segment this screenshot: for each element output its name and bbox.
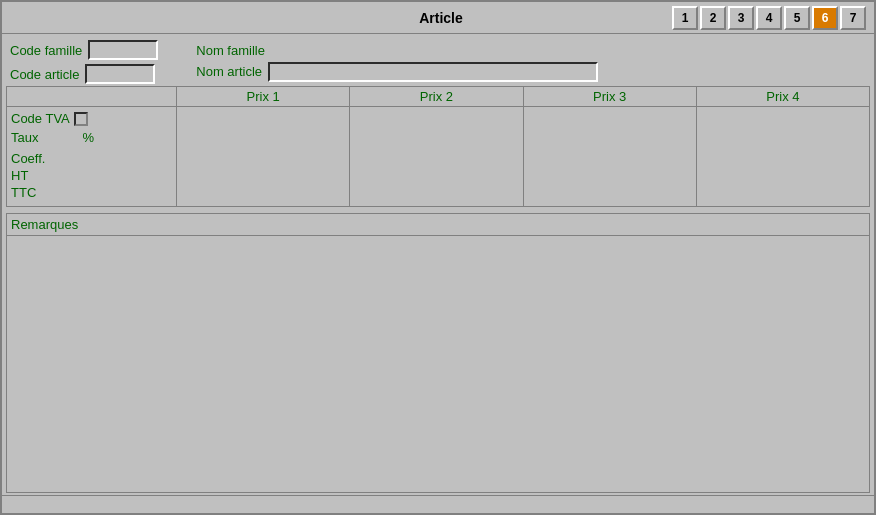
prix1-col [177, 107, 350, 206]
ht-label: HT [11, 168, 172, 183]
nom-famille-label: Nom famille [196, 43, 265, 58]
prix4-header: Prix 4 [697, 87, 869, 106]
tab-3[interactable]: 3 [728, 6, 754, 30]
tab-6[interactable]: 6 [812, 6, 838, 30]
prix3-header: Prix 3 [524, 87, 697, 106]
code-famille-input[interactable] [88, 40, 158, 60]
nom-article-input[interactable] [268, 62, 598, 82]
tab-5[interactable]: 5 [784, 6, 810, 30]
remarques-area [6, 235, 870, 493]
right-labels: Nom famille Nom article [196, 43, 598, 82]
prix4-col [697, 107, 869, 206]
prix-left-placeholder [7, 87, 177, 106]
tab-7[interactable]: 7 [840, 6, 866, 30]
code-tva-checkbox[interactable] [74, 112, 88, 126]
status-bar [2, 495, 874, 513]
code-article-label: Code article [10, 67, 79, 82]
tab-2[interactable]: 2 [700, 6, 726, 30]
top-fields-row: Code famille Code article Nom famille No… [2, 34, 874, 86]
prix3-col [524, 107, 697, 206]
prix2-col [350, 107, 523, 206]
tab-4[interactable]: 4 [756, 6, 782, 30]
code-article-input[interactable] [85, 64, 155, 84]
taux-label: Taux [11, 130, 38, 145]
code-famille-row: Code famille [10, 40, 158, 60]
prix-right-cols [177, 107, 869, 206]
nom-article-label: Nom article [196, 64, 262, 79]
prix-section: Prix 1 Prix 2 Prix 3 Prix 4 Code TVA Tau… [6, 86, 870, 207]
code-tva-label: Code TVA [11, 111, 70, 126]
title-bar: Article 1 2 3 4 5 6 7 [2, 2, 874, 34]
tab-1[interactable]: 1 [672, 6, 698, 30]
prix2-header: Prix 2 [350, 87, 523, 106]
taux-row: Taux % [11, 130, 172, 145]
window-title: Article [210, 10, 672, 26]
prix-left-body: Code TVA Taux % Coeff. HT [7, 107, 177, 206]
left-labels: Code famille Code article [10, 40, 158, 84]
taux-suffix: % [82, 130, 94, 145]
remarques-section: Remarques [6, 213, 870, 493]
nom-article-row: Nom article [196, 62, 598, 82]
nom-famille-row: Nom famille [196, 43, 598, 58]
code-famille-label: Code famille [10, 43, 82, 58]
ttc-label: TTC [11, 185, 172, 200]
code-tva-row: Code TVA [11, 111, 172, 126]
prix-body: Code TVA Taux % Coeff. HT [7, 107, 869, 206]
main-window: Article 1 2 3 4 5 6 7 Code famille Code … [0, 0, 876, 515]
tab-buttons: 1 2 3 4 5 6 7 [672, 6, 866, 30]
prix-header: Prix 1 Prix 2 Prix 3 Prix 4 [7, 87, 869, 107]
code-article-row: Code article [10, 64, 158, 84]
remarques-label: Remarques [6, 213, 870, 235]
main-area: Code famille Code article Nom famille No… [2, 34, 874, 495]
coeff-label: Coeff. [11, 151, 172, 166]
coeff-section: Coeff. HT TTC [11, 149, 172, 202]
prix1-header: Prix 1 [177, 87, 350, 106]
